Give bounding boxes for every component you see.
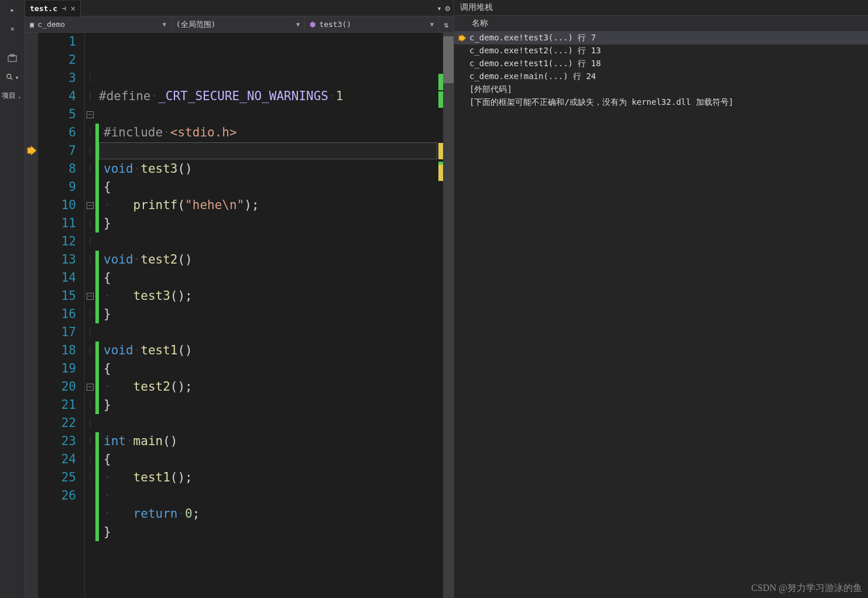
member-combo[interactable]: ⬢ test3() ▼ <box>305 16 438 32</box>
bp-cell[interactable] <box>25 105 38 124</box>
scope-combo[interactable]: (全局范围) ▼ <box>171 16 306 32</box>
bp-cell[interactable] <box>25 233 38 251</box>
code-line[interactable]: · test2(); <box>95 378 443 396</box>
code-line[interactable] <box>95 105 443 124</box>
bp-cell[interactable] <box>25 396 38 414</box>
code-line[interactable]: { <box>95 269 443 287</box>
line-number: 4 <box>38 87 76 105</box>
code-line[interactable]: void·test2() <box>95 251 443 269</box>
svg-marker-5 <box>459 35 466 42</box>
code-line[interactable]: void·test1() <box>95 341 443 360</box>
code-line[interactable]: #define·_CRT_SECURE_NO_WARNINGS·1 <box>95 87 443 105</box>
breakpoint-gutter[interactable] <box>25 33 38 598</box>
stack-frame[interactable]: c_demo.exe!test3(...) 行 7 <box>454 32 868 45</box>
stack-frame[interactable]: c_demo.exe!test2(...) 行 13 <box>454 45 868 57</box>
tab-settings-icon[interactable]: ⚙ <box>445 4 450 13</box>
bp-cell[interactable] <box>25 305 38 323</box>
line-number: 23 <box>38 432 76 450</box>
code-area[interactable]: 1234567891011121314151617181920212223242… <box>25 33 454 598</box>
bp-cell[interactable] <box>25 341 38 360</box>
code-line[interactable] <box>95 142 443 160</box>
bp-cell[interactable] <box>25 51 38 69</box>
fold-cell[interactable]: − <box>85 287 95 305</box>
code-line[interactable]: } <box>95 305 443 323</box>
code-line[interactable]: #include·<stdio.h> <box>95 124 443 142</box>
code-line[interactable]: } <box>95 214 443 233</box>
code-line[interactable]: void·test3() <box>95 160 443 178</box>
tab-pin-icon[interactable]: ⊣ <box>62 5 66 12</box>
code-line[interactable]: · return·0; <box>95 505 443 523</box>
bp-cell[interactable] <box>25 196 38 214</box>
bp-cell[interactable] <box>25 69 38 87</box>
line-number: 5 <box>38 105 76 124</box>
callstack-header[interactable]: 名称 <box>454 16 868 32</box>
bp-cell[interactable] <box>25 450 38 469</box>
fold-cell[interactable]: − <box>85 378 95 396</box>
line-number: 24 <box>38 450 76 469</box>
code-line[interactable] <box>95 414 443 432</box>
code-line[interactable]: { <box>95 178 443 196</box>
code-text[interactable]: #define·_CRT_SECURE_NO_WARNINGS·1 #inclu… <box>95 33 443 598</box>
code-line[interactable]: { <box>95 450 443 469</box>
bp-cell[interactable] <box>25 414 38 432</box>
bp-cell[interactable] <box>25 269 38 287</box>
bp-cell[interactable] <box>25 214 38 233</box>
bp-cell[interactable] <box>25 487 38 505</box>
stack-frame[interactable]: [下面的框架可能不正确和/或缺失，没有为 kernel32.dll 加载符号] <box>454 96 868 109</box>
search-row[interactable]: ▾ <box>0 72 25 83</box>
project-combo[interactable]: ▣ c_demo ▼ <box>25 16 171 32</box>
toolbox-icon[interactable] <box>0 52 25 66</box>
code-line[interactable]: · printf("hehe\n"); <box>95 196 443 214</box>
tab-filename: test.c <box>30 4 57 13</box>
bp-cell[interactable] <box>25 432 38 450</box>
bp-cell[interactable] <box>25 87 38 105</box>
code-line[interactable]: · test1(); <box>95 469 443 487</box>
bp-cell[interactable] <box>25 251 38 269</box>
bp-cell[interactable] <box>25 469 38 487</box>
split-editor-icon[interactable]: ⇅ <box>438 16 454 32</box>
code-line[interactable] <box>95 541 443 559</box>
bp-cell[interactable] <box>25 142 38 160</box>
bp-cell[interactable] <box>25 323 38 341</box>
bp-cell[interactable] <box>25 360 38 378</box>
fold-gutter[interactable]: ││−│││−│││−│││−│││││ <box>85 33 95 598</box>
tab-testc[interactable]: test.c ⊣ ✕ <box>25 0 81 16</box>
pin-icon[interactable]: ▸ <box>0 4 25 16</box>
code-line[interactable]: int·main() <box>95 432 443 450</box>
bp-cell[interactable] <box>25 33 38 51</box>
stack-frame[interactable]: c_demo.exe!test1(...) 行 18 <box>454 57 868 70</box>
line-number: 26 <box>38 487 76 505</box>
fold-cell[interactable]: − <box>85 105 95 124</box>
project-combo-label: c_demo <box>37 20 65 29</box>
code-line[interactable] <box>95 323 443 341</box>
vertical-scrollbar[interactable] <box>443 33 454 598</box>
line-number-gutter: 1234567891011121314151617181920212223242… <box>38 33 85 598</box>
bp-cell[interactable] <box>25 124 38 142</box>
line-number: 13 <box>38 251 76 269</box>
code-line[interactable]: { <box>95 360 443 378</box>
code-line[interactable] <box>95 233 443 251</box>
tab-overflow-icon[interactable]: ▾ <box>437 4 441 13</box>
bp-cell[interactable] <box>25 287 38 305</box>
fold-cell <box>85 178 95 196</box>
line-number: 10 <box>38 196 76 214</box>
bp-cell[interactable] <box>25 178 38 196</box>
fold-cell: │ <box>85 469 95 487</box>
line-number: 1 <box>38 33 76 51</box>
close-icon[interactable]: ✕ <box>0 22 25 35</box>
frame-text: c_demo.exe!test1(...) 行 18 <box>469 59 601 69</box>
code-line[interactable]: } <box>95 396 443 414</box>
bp-cell[interactable] <box>25 160 38 178</box>
project-label: 项目， <box>1 88 24 103</box>
fold-cell: │ <box>85 450 95 469</box>
code-line[interactable]: · <box>95 487 443 505</box>
code-line[interactable]: · test3(); <box>95 287 443 305</box>
frame-text: c_demo.exe!test3(...) 行 7 <box>469 33 596 43</box>
fold-cell[interactable]: − <box>85 196 95 214</box>
bp-cell[interactable] <box>25 378 38 396</box>
stack-frame[interactable]: [外部代码] <box>454 83 868 96</box>
code-line[interactable]: } <box>95 523 443 541</box>
tab-close-icon[interactable]: ✕ <box>71 4 76 13</box>
line-number: 17 <box>38 323 76 341</box>
stack-frame[interactable]: c_demo.exe!main(...) 行 24 <box>454 70 868 83</box>
